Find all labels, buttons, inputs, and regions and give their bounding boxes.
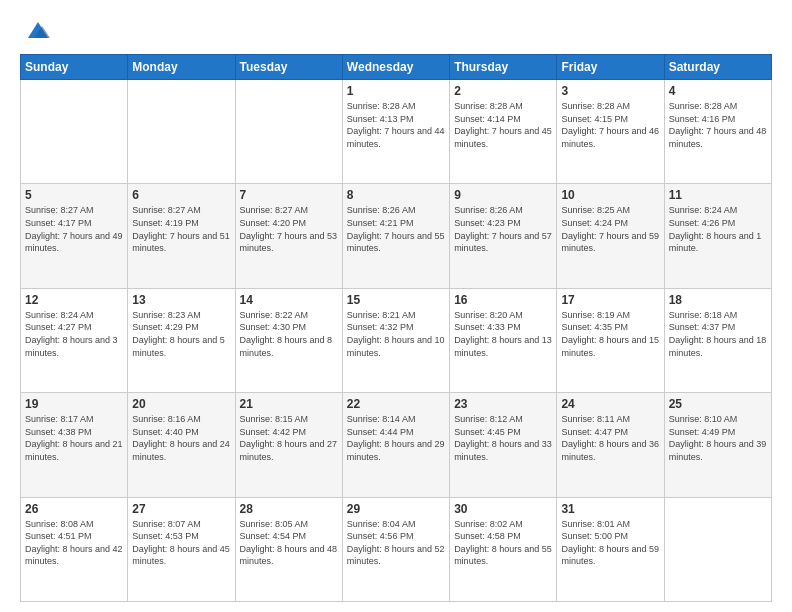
day-number: 31	[561, 502, 659, 516]
calendar-cell	[664, 497, 771, 601]
calendar-cell: 20Sunrise: 8:16 AM Sunset: 4:40 PM Dayli…	[128, 393, 235, 497]
day-number: 7	[240, 188, 338, 202]
weekday-header-wednesday: Wednesday	[342, 55, 449, 80]
day-number: 18	[669, 293, 767, 307]
day-number: 26	[25, 502, 123, 516]
calendar-cell: 29Sunrise: 8:04 AM Sunset: 4:56 PM Dayli…	[342, 497, 449, 601]
day-number: 25	[669, 397, 767, 411]
calendar-cell: 4Sunrise: 8:28 AM Sunset: 4:16 PM Daylig…	[664, 80, 771, 184]
calendar-cell: 24Sunrise: 8:11 AM Sunset: 4:47 PM Dayli…	[557, 393, 664, 497]
weekday-header-sunday: Sunday	[21, 55, 128, 80]
weekday-header-tuesday: Tuesday	[235, 55, 342, 80]
day-info: Sunrise: 8:25 AM Sunset: 4:24 PM Dayligh…	[561, 204, 659, 254]
day-info: Sunrise: 8:22 AM Sunset: 4:30 PM Dayligh…	[240, 309, 338, 359]
day-number: 6	[132, 188, 230, 202]
day-info: Sunrise: 8:18 AM Sunset: 4:37 PM Dayligh…	[669, 309, 767, 359]
calendar-cell: 12Sunrise: 8:24 AM Sunset: 4:27 PM Dayli…	[21, 288, 128, 392]
day-info: Sunrise: 8:20 AM Sunset: 4:33 PM Dayligh…	[454, 309, 552, 359]
calendar-cell: 5Sunrise: 8:27 AM Sunset: 4:17 PM Daylig…	[21, 184, 128, 288]
day-info: Sunrise: 8:17 AM Sunset: 4:38 PM Dayligh…	[25, 413, 123, 463]
day-info: Sunrise: 8:08 AM Sunset: 4:51 PM Dayligh…	[25, 518, 123, 568]
calendar-cell: 27Sunrise: 8:07 AM Sunset: 4:53 PM Dayli…	[128, 497, 235, 601]
calendar-cell: 22Sunrise: 8:14 AM Sunset: 4:44 PM Dayli…	[342, 393, 449, 497]
calendar-cell: 9Sunrise: 8:26 AM Sunset: 4:23 PM Daylig…	[450, 184, 557, 288]
day-info: Sunrise: 8:05 AM Sunset: 4:54 PM Dayligh…	[240, 518, 338, 568]
day-info: Sunrise: 8:27 AM Sunset: 4:17 PM Dayligh…	[25, 204, 123, 254]
calendar-cell: 11Sunrise: 8:24 AM Sunset: 4:26 PM Dayli…	[664, 184, 771, 288]
calendar-week-1: 1Sunrise: 8:28 AM Sunset: 4:13 PM Daylig…	[21, 80, 772, 184]
day-number: 4	[669, 84, 767, 98]
day-number: 9	[454, 188, 552, 202]
calendar-week-5: 26Sunrise: 8:08 AM Sunset: 4:51 PM Dayli…	[21, 497, 772, 601]
calendar-cell: 25Sunrise: 8:10 AM Sunset: 4:49 PM Dayli…	[664, 393, 771, 497]
calendar-cell: 19Sunrise: 8:17 AM Sunset: 4:38 PM Dayli…	[21, 393, 128, 497]
day-number: 20	[132, 397, 230, 411]
day-number: 29	[347, 502, 445, 516]
calendar-cell: 21Sunrise: 8:15 AM Sunset: 4:42 PM Dayli…	[235, 393, 342, 497]
day-number: 3	[561, 84, 659, 98]
calendar-cell: 14Sunrise: 8:22 AM Sunset: 4:30 PM Dayli…	[235, 288, 342, 392]
day-number: 16	[454, 293, 552, 307]
day-info: Sunrise: 8:16 AM Sunset: 4:40 PM Dayligh…	[132, 413, 230, 463]
day-info: Sunrise: 8:26 AM Sunset: 4:23 PM Dayligh…	[454, 204, 552, 254]
day-number: 5	[25, 188, 123, 202]
logo-icon	[24, 16, 52, 44]
day-info: Sunrise: 8:01 AM Sunset: 5:00 PM Dayligh…	[561, 518, 659, 568]
day-info: Sunrise: 8:19 AM Sunset: 4:35 PM Dayligh…	[561, 309, 659, 359]
day-info: Sunrise: 8:02 AM Sunset: 4:58 PM Dayligh…	[454, 518, 552, 568]
weekday-header-saturday: Saturday	[664, 55, 771, 80]
weekday-header-friday: Friday	[557, 55, 664, 80]
day-number: 15	[347, 293, 445, 307]
day-number: 30	[454, 502, 552, 516]
calendar-cell	[128, 80, 235, 184]
weekday-header-row: SundayMondayTuesdayWednesdayThursdayFrid…	[21, 55, 772, 80]
day-info: Sunrise: 8:07 AM Sunset: 4:53 PM Dayligh…	[132, 518, 230, 568]
day-number: 1	[347, 84, 445, 98]
day-number: 24	[561, 397, 659, 411]
day-number: 10	[561, 188, 659, 202]
day-number: 23	[454, 397, 552, 411]
day-number: 12	[25, 293, 123, 307]
day-number: 19	[25, 397, 123, 411]
calendar-cell: 26Sunrise: 8:08 AM Sunset: 4:51 PM Dayli…	[21, 497, 128, 601]
day-info: Sunrise: 8:26 AM Sunset: 4:21 PM Dayligh…	[347, 204, 445, 254]
day-number: 2	[454, 84, 552, 98]
day-info: Sunrise: 8:28 AM Sunset: 4:13 PM Dayligh…	[347, 100, 445, 150]
day-info: Sunrise: 8:14 AM Sunset: 4:44 PM Dayligh…	[347, 413, 445, 463]
day-number: 21	[240, 397, 338, 411]
calendar-cell: 13Sunrise: 8:23 AM Sunset: 4:29 PM Dayli…	[128, 288, 235, 392]
day-info: Sunrise: 8:15 AM Sunset: 4:42 PM Dayligh…	[240, 413, 338, 463]
calendar-week-4: 19Sunrise: 8:17 AM Sunset: 4:38 PM Dayli…	[21, 393, 772, 497]
calendar-week-2: 5Sunrise: 8:27 AM Sunset: 4:17 PM Daylig…	[21, 184, 772, 288]
calendar-cell: 28Sunrise: 8:05 AM Sunset: 4:54 PM Dayli…	[235, 497, 342, 601]
calendar-week-3: 12Sunrise: 8:24 AM Sunset: 4:27 PM Dayli…	[21, 288, 772, 392]
day-info: Sunrise: 8:23 AM Sunset: 4:29 PM Dayligh…	[132, 309, 230, 359]
calendar-cell	[21, 80, 128, 184]
day-info: Sunrise: 8:27 AM Sunset: 4:19 PM Dayligh…	[132, 204, 230, 254]
day-info: Sunrise: 8:28 AM Sunset: 4:14 PM Dayligh…	[454, 100, 552, 150]
day-info: Sunrise: 8:12 AM Sunset: 4:45 PM Dayligh…	[454, 413, 552, 463]
day-number: 14	[240, 293, 338, 307]
day-number: 17	[561, 293, 659, 307]
calendar-cell: 23Sunrise: 8:12 AM Sunset: 4:45 PM Dayli…	[450, 393, 557, 497]
day-number: 13	[132, 293, 230, 307]
day-info: Sunrise: 8:21 AM Sunset: 4:32 PM Dayligh…	[347, 309, 445, 359]
day-number: 11	[669, 188, 767, 202]
day-number: 22	[347, 397, 445, 411]
day-info: Sunrise: 8:27 AM Sunset: 4:20 PM Dayligh…	[240, 204, 338, 254]
calendar-cell	[235, 80, 342, 184]
day-info: Sunrise: 8:24 AM Sunset: 4:27 PM Dayligh…	[25, 309, 123, 359]
calendar-cell: 18Sunrise: 8:18 AM Sunset: 4:37 PM Dayli…	[664, 288, 771, 392]
calendar-cell: 15Sunrise: 8:21 AM Sunset: 4:32 PM Dayli…	[342, 288, 449, 392]
calendar-cell: 2Sunrise: 8:28 AM Sunset: 4:14 PM Daylig…	[450, 80, 557, 184]
weekday-header-thursday: Thursday	[450, 55, 557, 80]
calendar-cell: 3Sunrise: 8:28 AM Sunset: 4:15 PM Daylig…	[557, 80, 664, 184]
day-info: Sunrise: 8:10 AM Sunset: 4:49 PM Dayligh…	[669, 413, 767, 463]
calendar-cell: 16Sunrise: 8:20 AM Sunset: 4:33 PM Dayli…	[450, 288, 557, 392]
calendar-table: SundayMondayTuesdayWednesdayThursdayFrid…	[20, 54, 772, 602]
day-info: Sunrise: 8:28 AM Sunset: 4:16 PM Dayligh…	[669, 100, 767, 150]
calendar-cell: 8Sunrise: 8:26 AM Sunset: 4:21 PM Daylig…	[342, 184, 449, 288]
page: SundayMondayTuesdayWednesdayThursdayFrid…	[0, 0, 792, 612]
logo	[20, 16, 52, 44]
day-number: 8	[347, 188, 445, 202]
